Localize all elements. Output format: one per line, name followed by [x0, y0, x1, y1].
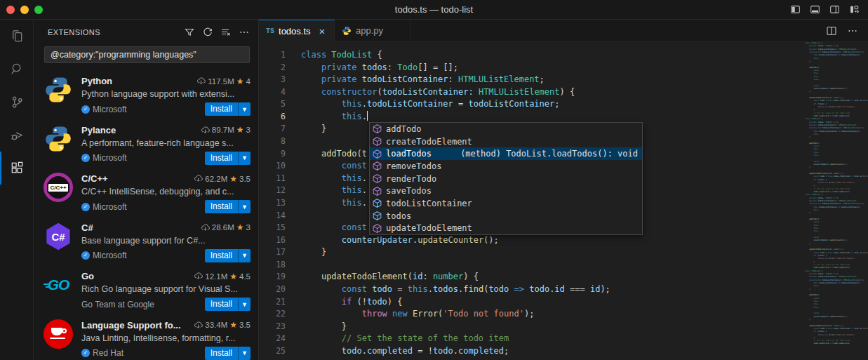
star-icon: ★	[236, 222, 244, 232]
toggle-primary-sidebar-icon[interactable]	[790, 4, 801, 15]
activity-explorer[interactable]	[0, 20, 33, 53]
suggestion-detail: (method) TodoList.loadTodos(): void	[460, 149, 638, 159]
method-icon	[372, 186, 386, 196]
line-number: 22	[259, 308, 286, 321]
minimize-window-button[interactable]	[20, 6, 29, 14]
code-line[interactable]: 24 // Set the state of the todo item	[259, 333, 803, 345]
zoom-window-button[interactable]	[34, 6, 43, 14]
suggestion-item[interactable]: renderTodo	[370, 173, 642, 185]
install-button-label[interactable]: Install	[205, 347, 238, 360]
install-dropdown-icon[interactable]: ▼	[238, 298, 251, 311]
suggestion-item[interactable]: removeTodos	[370, 160, 642, 173]
extension-list-item[interactable]: C/C++C/C++62.2M★3.5C/C++ IntelliSense, d…	[34, 166, 258, 215]
code-line[interactable]: 18	[259, 259, 803, 272]
code-line[interactable]: 17 }	[259, 246, 803, 259]
tab-app-py[interactable]: app.py	[335, 20, 410, 41]
suggestion-item[interactable]: todos	[370, 210, 642, 222]
refresh-icon[interactable]	[202, 27, 213, 38]
code-line[interactable]: 19 updateTodoElement(id: number) {	[259, 271, 803, 284]
line-number: 6	[259, 111, 286, 124]
install-button-label[interactable]: Install	[205, 152, 238, 165]
extensions-search-input[interactable]	[51, 50, 243, 60]
install-button[interactable]: Install▼	[205, 102, 251, 116]
extension-list-item[interactable]: Pylance89.7M★3A performant, feature-rich…	[34, 118, 258, 167]
code-line[interactable]: 21 if (!todo) {	[259, 296, 803, 309]
suggestion-item[interactable]: addTodo	[370, 123, 642, 135]
code-line[interactable]: 22 throw new Error('Todo not found');	[259, 308, 803, 321]
suggestion-item[interactable]: updateTodoElement	[370, 222, 642, 235]
code-line[interactable]: 16 counterUpdater.updateCounter();	[259, 234, 803, 247]
extensions-sidebar: EXTENSIONS Python117.5M★4Python language…	[34, 20, 259, 360]
extension-stats: 28.6M★3	[196, 222, 251, 232]
extension-description: Python language support with extensi...	[81, 89, 251, 99]
extension-name: Pylance	[81, 125, 116, 135]
extension-name: Language Support fo...	[81, 320, 181, 331]
code-line[interactable]: 23 }	[259, 321, 803, 333]
clear-extensions-search-icon[interactable]	[220, 27, 232, 38]
line-number: 17	[259, 246, 286, 259]
toggle-secondary-sidebar-icon[interactable]	[829, 4, 840, 15]
editor-body[interactable]: 1class TodoList {2 private todos: Todo[]…	[259, 42, 868, 360]
install-button[interactable]: Install▼	[205, 298, 251, 311]
customize-layout-icon[interactable]	[849, 4, 860, 15]
install-button[interactable]: Install▼	[205, 152, 251, 165]
close-tab-icon[interactable]: ×	[319, 26, 326, 36]
activity-search[interactable]	[0, 53, 33, 86]
more-actions-icon[interactable]	[239, 27, 250, 38]
extension-list-item[interactable]: Python117.5M★4Python language support wi…	[34, 69, 258, 118]
install-button-label[interactable]: Install	[205, 249, 238, 262]
more-editor-actions-icon[interactable]	[847, 25, 858, 36]
activity-extensions[interactable]	[0, 152, 33, 185]
code-line[interactable]: 3 private todoListContainer: HTMLUListEl…	[259, 74, 803, 86]
code-line[interactable]: 5 this.todoListContainer = todoListConta…	[259, 98, 803, 111]
install-dropdown-icon[interactable]: ▼	[238, 102, 251, 116]
code-line[interactable]: 1class TodoList {	[259, 49, 803, 62]
suggestion-item[interactable]: todoListContainer	[370, 197, 642, 210]
filter-icon[interactable]	[184, 27, 195, 38]
install-button-label[interactable]: Install	[205, 200, 238, 213]
suggestion-item[interactable]: saveTodos	[370, 185, 642, 197]
install-button-label[interactable]: Install	[205, 298, 238, 311]
cpp-logo-icon: C/C++	[44, 173, 73, 202]
suggestion-item[interactable]: loadTodos(method) TodoList.loadTodos(): …	[370, 147, 642, 160]
install-button[interactable]: Install▼	[205, 200, 251, 213]
activity-run-debug[interactable]	[0, 119, 33, 152]
download-count: 117.5M	[208, 77, 234, 86]
install-dropdown-icon[interactable]: ▼	[238, 347, 251, 360]
code-line[interactable]: 20 const todo = this.todos.find(todo => …	[259, 284, 803, 296]
java-logo-icon	[44, 319, 73, 349]
line-number: 19	[259, 271, 286, 284]
line-number: 23	[259, 321, 286, 333]
line-number: 13	[259, 197, 286, 210]
line-number: 2	[259, 62, 286, 74]
extension-name: C/C++	[81, 173, 108, 184]
suggestion-item[interactable]: createTodoElement	[370, 135, 642, 148]
extension-list-item[interactable]: C#C#28.6M★3Base language support for C#.…	[34, 215, 258, 265]
extension-stats: 33.4M★3.5	[189, 320, 251, 330]
install-dropdown-icon[interactable]: ▼	[238, 152, 251, 165]
tab-todos-ts[interactable]: TS todos.ts ×	[259, 20, 335, 42]
line-number: 1	[259, 49, 286, 62]
rating-value: 4	[246, 77, 251, 86]
extension-list-item[interactable]: GOGo12.1M★4.5Rich Go language support fo…	[34, 264, 258, 313]
install-dropdown-icon[interactable]: ▼	[238, 249, 251, 262]
code-line[interactable]: 6 this.	[259, 111, 803, 124]
layout-controls	[790, 4, 868, 15]
install-button[interactable]: Install▼	[205, 347, 251, 360]
minimap[interactable]: class TodoList { private todos: Todo[] =…	[805, 42, 868, 360]
code-line[interactable]: 4 constructor(todoListContainer: HTMLULi…	[259, 86, 803, 99]
install-button-label[interactable]: Install	[205, 102, 238, 116]
install-dropdown-icon[interactable]: ▼	[238, 200, 251, 213]
line-number: 12	[259, 185, 286, 197]
line-number: 24	[259, 333, 286, 345]
install-button[interactable]: Install▼	[205, 249, 251, 262]
code-line[interactable]: 25 todo.completed = !todo.completed;	[259, 345, 803, 358]
split-editor-icon[interactable]	[826, 25, 837, 36]
toggle-panel-icon[interactable]	[810, 4, 820, 15]
close-window-button[interactable]	[6, 6, 15, 14]
field-icon	[372, 198, 386, 208]
code-line[interactable]: 2 private todos: Todo[] = [];	[259, 62, 803, 74]
extension-list-item[interactable]: Language Support fo...33.4M★3.5Java Lint…	[34, 313, 258, 360]
activity-source-control[interactable]	[0, 86, 33, 119]
extension-stats: 12.1M★4.5	[189, 272, 251, 281]
